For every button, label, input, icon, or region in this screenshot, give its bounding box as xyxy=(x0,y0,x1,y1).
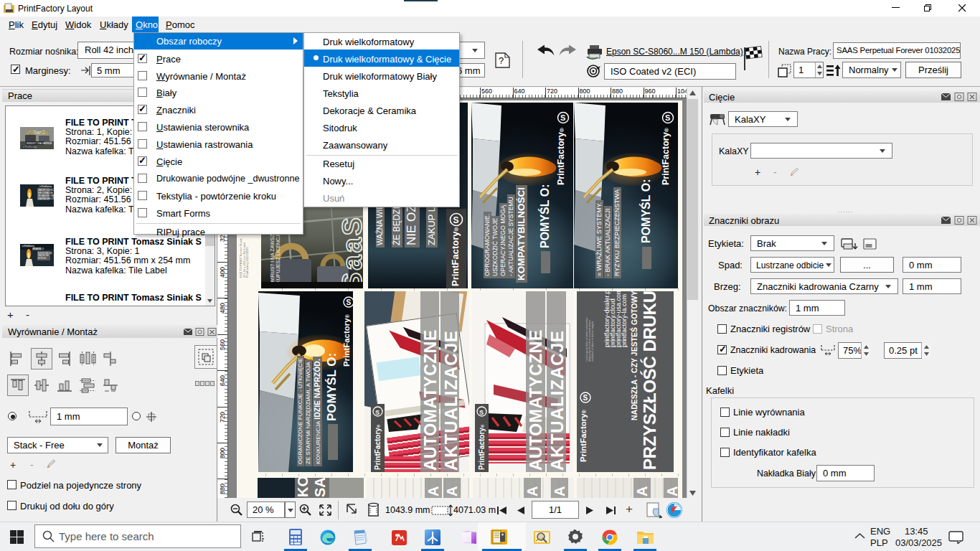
svg-text:S: S xyxy=(583,394,588,402)
svg-text:S: S xyxy=(665,113,670,122)
svg-text:POMYŚLO:: POMYŚLO: xyxy=(33,247,44,250)
svg-text:⑤ PrintFactory: ⑤ PrintFactory xyxy=(22,146,37,149)
svg-text:WIRUS? I NA ZAWSZE: WIRUS? I NA ZAWSZE xyxy=(27,142,52,145)
svg-text:S: S xyxy=(347,298,352,306)
svg-text:KOSZTUJE CIĘ: KOSZTUJE CIĘ xyxy=(38,252,52,255)
svg-text:S: S xyxy=(375,409,380,416)
svg-text:?: ? xyxy=(499,55,504,66)
svg-text:S: S xyxy=(479,409,484,416)
svg-text:S: S xyxy=(453,215,459,225)
svg-text:S: S xyxy=(560,113,565,122)
svg-text:⑤ PrintFactory: ⑤ PrintFactory xyxy=(39,185,52,188)
svg-text:WAŻNA WIECZNIE.: WAŻNA WIECZNIE. xyxy=(38,197,54,200)
